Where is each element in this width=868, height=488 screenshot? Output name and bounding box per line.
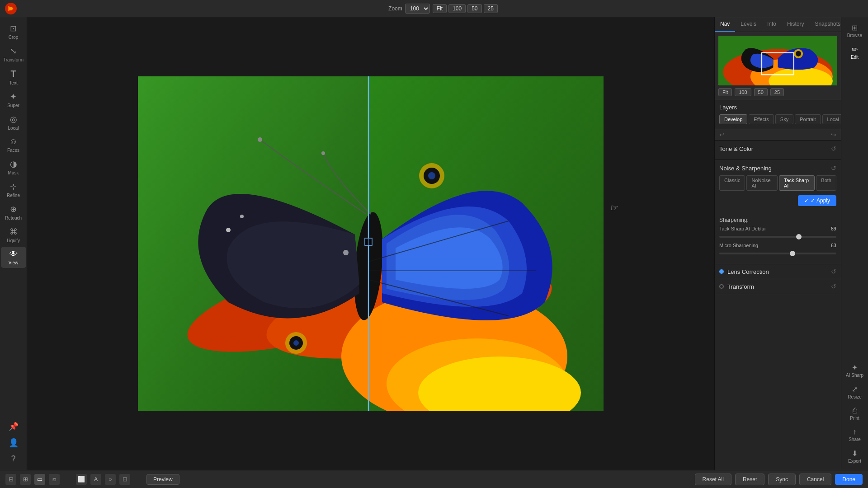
tool-person[interactable]: 👤 bbox=[1, 435, 26, 450]
micro-sharp-row: Micro Sharpening 63 bbox=[719, 243, 836, 256]
mode-buttons: Classic NoNoise AI Tack Sharp AI Both bbox=[719, 175, 836, 191]
far-right-share[interactable]: ↑ Share bbox=[842, 425, 868, 445]
view-icon: 👁 bbox=[9, 249, 18, 259]
tool-mask[interactable]: ◑ Mask bbox=[1, 156, 26, 178]
lens-correction-left: Lens Correction bbox=[719, 268, 769, 275]
far-right-aisharp[interactable]: ✦ AI Sharp bbox=[842, 361, 868, 380]
transform-icon: ⤡ bbox=[10, 46, 17, 56]
far-right-browse[interactable]: ⊞ Browse bbox=[842, 21, 868, 41]
sync-button[interactable]: Sync bbox=[768, 474, 796, 485]
text-icon: T bbox=[10, 69, 16, 79]
zoom-100-btn[interactable]: 100 bbox=[448, 4, 466, 13]
thumb-fit-btn[interactable]: Fit bbox=[718, 88, 732, 96]
undo-button[interactable]: ↩ bbox=[719, 131, 725, 138]
right-panel: Nav Levels Info History Snapshots bbox=[714, 17, 841, 470]
micro-sharp-label-row: Micro Sharpening 63 bbox=[719, 243, 836, 248]
svg-point-25 bbox=[343, 250, 349, 255]
compare-icon[interactable]: ⊞ bbox=[20, 474, 31, 485]
nav-tab-snapshots[interactable]: Snapshots bbox=[809, 17, 841, 32]
tool-transform[interactable]: ⤡ Transform bbox=[1, 43, 26, 65]
layer-tab-effects[interactable]: Effects bbox=[749, 114, 774, 124]
share-icon: ↑ bbox=[853, 428, 857, 436]
tone-color-header[interactable]: Tone & Color ↺ bbox=[719, 145, 836, 152]
mask-view-icon[interactable]: ⬜ bbox=[76, 474, 87, 485]
tool-crop[interactable]: ⊡ Crop bbox=[1, 21, 26, 42]
single-view-icon[interactable]: ▭ bbox=[34, 474, 45, 485]
tool-text[interactable]: T Text bbox=[1, 66, 26, 88]
transform-title: Transform bbox=[727, 283, 754, 290]
thumbnail-area: Fit 100 50 25 bbox=[715, 32, 841, 100]
tack-sharp-label-row: Tack Sharp AI Deblur 69 bbox=[719, 226, 836, 231]
lens-correction-reset[interactable]: ↺ bbox=[831, 268, 836, 275]
far-right-resize[interactable]: ⤢ Resize bbox=[842, 382, 868, 402]
tool-retouch[interactable]: ⊕ Retouch bbox=[1, 202, 26, 223]
zoom-fit-btn[interactable]: Fit bbox=[433, 4, 447, 13]
mode-nonoise[interactable]: NoNoise AI bbox=[746, 175, 778, 191]
split-view-icon[interactable]: ⧈ bbox=[49, 474, 60, 485]
micro-sharp-name: Micro Sharpening bbox=[719, 243, 758, 248]
tool-faces[interactable]: ☺ Faces bbox=[1, 134, 26, 155]
svg-point-17 bbox=[293, 340, 299, 346]
transform-status bbox=[719, 284, 724, 289]
browse-label: Browse bbox=[847, 33, 862, 38]
tool-super[interactable]: ✦ Super bbox=[1, 89, 26, 111]
text-view-icon[interactable]: A bbox=[90, 474, 101, 485]
ns-reset[interactable]: ↺ bbox=[831, 164, 836, 172]
far-right-print[interactable]: ⎙ Print bbox=[842, 404, 868, 423]
person-icon: 👤 bbox=[9, 438, 19, 448]
nav-tab-history[interactable]: History bbox=[782, 17, 809, 32]
lens-correction-item[interactable]: Lens Correction ↺ bbox=[715, 264, 841, 279]
svg-point-24 bbox=[240, 215, 244, 218]
nav-tab-nav[interactable]: Nav bbox=[715, 17, 735, 32]
tool-view[interactable]: 👁 View bbox=[1, 247, 26, 268]
canvas-area[interactable] bbox=[27, 17, 714, 470]
thumb-25-btn[interactable]: 25 bbox=[770, 88, 784, 96]
view-label: View bbox=[9, 260, 19, 265]
done-button[interactable]: Done bbox=[835, 474, 863, 485]
refine-label: Refine bbox=[7, 193, 20, 198]
cancel-button[interactable]: Cancel bbox=[799, 474, 831, 485]
redo-button[interactable]: ↪ bbox=[831, 131, 836, 138]
tone-color-section: Tone & Color ↺ bbox=[715, 141, 841, 160]
transform-item[interactable]: Transform ↺ bbox=[715, 279, 841, 294]
zoom-25-btn[interactable]: 25 bbox=[484, 4, 498, 13]
tool-help[interactable]: ? bbox=[1, 451, 26, 466]
mode-tacksharp[interactable]: Tack Sharp AI bbox=[779, 175, 815, 191]
nav-tab-info[interactable]: Info bbox=[762, 17, 782, 32]
transform-reset[interactable]: ↺ bbox=[831, 283, 836, 290]
share-label: Share bbox=[849, 437, 861, 442]
micro-sharp-slider[interactable] bbox=[719, 253, 836, 254]
preview-button[interactable]: Preview bbox=[146, 474, 179, 485]
layer-tab-local[interactable]: Local bbox=[822, 114, 841, 124]
canvas-image[interactable] bbox=[138, 76, 604, 411]
tack-sharp-slider[interactable] bbox=[719, 236, 836, 238]
reset-button[interactable]: Reset bbox=[735, 474, 764, 485]
circle-view-icon[interactable]: ○ bbox=[105, 474, 116, 485]
thumb-50-btn[interactable]: 50 bbox=[754, 88, 768, 96]
tool-refine[interactable]: ⊹ Refine bbox=[1, 179, 26, 201]
apply-button[interactable]: ✓ ✓ Apply bbox=[798, 195, 836, 206]
tool-local[interactable]: ◎ Local bbox=[1, 112, 26, 133]
layer-tab-portrait[interactable]: Portrait bbox=[795, 114, 821, 124]
tone-color-reset[interactable]: ↺ bbox=[831, 145, 836, 152]
far-right-edit[interactable]: ✏ Edit bbox=[842, 42, 868, 62]
top-bar: Zoom 100 50 200 Fit Fit 100 50 25 bbox=[0, 0, 868, 17]
layer-tab-sky[interactable]: Sky bbox=[775, 114, 793, 124]
tool-liquify[interactable]: ⌘ Liquify bbox=[1, 224, 26, 246]
thumb-100-btn[interactable]: 100 bbox=[735, 88, 751, 96]
mode-both[interactable]: Both bbox=[816, 175, 836, 191]
bottom-left: ⊟ ⊞ ▭ ⧈ ⬜ A ○ ⊡ Preview bbox=[5, 474, 179, 485]
layer-tab-develop[interactable]: Develop bbox=[719, 114, 747, 124]
far-right-export[interactable]: ⬇ Export bbox=[842, 446, 868, 466]
zoom-50-btn[interactable]: 50 bbox=[467, 4, 481, 13]
nav-tab-levels[interactable]: Levels bbox=[735, 17, 762, 32]
layers-title: Layers bbox=[719, 104, 836, 111]
mode-classic[interactable]: Classic bbox=[719, 175, 745, 191]
reset-all-button[interactable]: Reset All bbox=[695, 474, 731, 485]
tool-pin[interactable]: 📌 bbox=[1, 419, 26, 434]
grid-view-icon[interactable]: ⊟ bbox=[5, 474, 16, 485]
zoom-select[interactable]: 100 50 200 Fit bbox=[405, 4, 430, 14]
local-label: Local bbox=[8, 126, 19, 131]
frame-view-icon[interactable]: ⊡ bbox=[119, 474, 130, 485]
bottom-right: Reset All Reset Sync Cancel Done bbox=[695, 474, 863, 485]
